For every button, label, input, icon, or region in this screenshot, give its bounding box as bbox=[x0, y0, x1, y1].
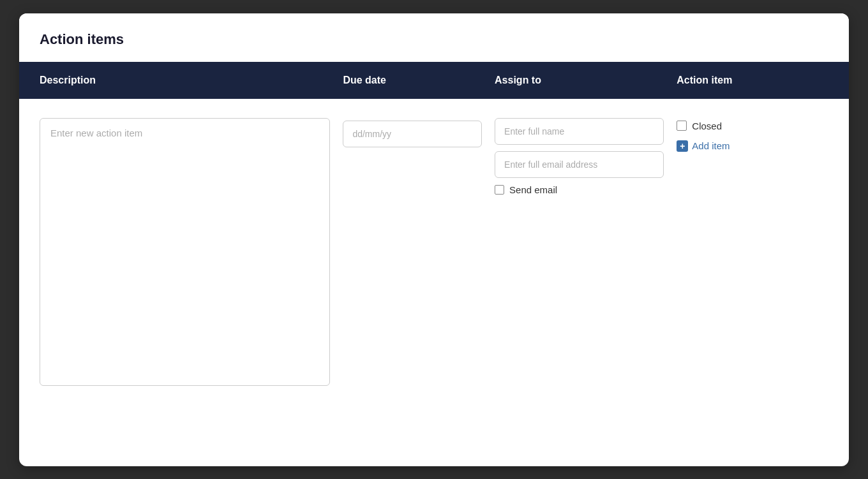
col-header-description: Description bbox=[40, 62, 343, 99]
description-column bbox=[40, 118, 343, 388]
col-header-action-item: Action item bbox=[677, 62, 828, 99]
send-email-checkbox[interactable] bbox=[495, 185, 504, 195]
col-header-assign-to: Assign to bbox=[495, 62, 677, 99]
full-name-input[interactable] bbox=[495, 118, 664, 145]
closed-label: Closed bbox=[692, 121, 722, 131]
table-header: Description Due date Assign to Action it… bbox=[19, 62, 849, 99]
assign-to-column: Send email bbox=[495, 118, 677, 195]
description-textarea[interactable] bbox=[40, 118, 330, 386]
add-item-icon: + bbox=[677, 140, 688, 152]
closed-row: Closed bbox=[677, 121, 828, 131]
add-item-label: Add item bbox=[692, 140, 730, 151]
closed-checkbox[interactable] bbox=[677, 121, 687, 131]
due-date-input[interactable] bbox=[343, 121, 482, 147]
send-email-label: Send email bbox=[509, 184, 557, 195]
form-row: Send email Closed + Add item bbox=[40, 118, 828, 388]
page-title: Action items bbox=[40, 31, 828, 48]
add-item-button[interactable]: + Add item bbox=[677, 140, 828, 152]
due-date-column bbox=[343, 118, 495, 147]
email-input[interactable] bbox=[495, 151, 664, 178]
col-header-due-date: Due date bbox=[343, 62, 495, 99]
card-header: Action items bbox=[19, 13, 849, 62]
action-items-card: Action items Description Due date Assign… bbox=[19, 13, 849, 466]
send-email-row: Send email bbox=[495, 184, 664, 195]
action-item-column: Closed + Add item bbox=[677, 118, 828, 152]
table-body: Send email Closed + Add item bbox=[19, 99, 849, 408]
